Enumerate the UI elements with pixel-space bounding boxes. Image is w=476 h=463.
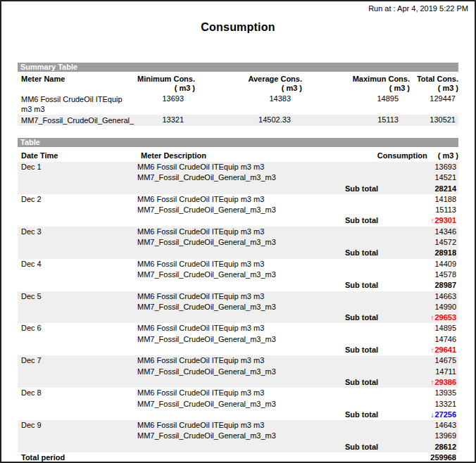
consumption-cell: 13693 [394, 162, 458, 172]
consumption-cell: 14675 [394, 355, 458, 366]
subtotal-value: ↑29653 [394, 312, 458, 323]
subtotal-label: Sub total [345, 442, 394, 452]
total-period-row: Total period 259968 [18, 452, 458, 463]
subtotal-row: Sub total 28612 [18, 442, 458, 452]
meter-description-cell: MM7_Fossil_CrudeOil_General_m3_m3 [137, 431, 345, 441]
summary-col-average: Average Cons.( m3 ) [195, 73, 302, 94]
subtotal-row: Sub total ↓27256 [18, 410, 458, 420]
date-cell: Dec 1 [18, 162, 137, 172]
date-cell: Dec 7 [18, 355, 137, 366]
day-group: Dec 2 MM6 Fossil CrudeOil ITEquip m3 m3 … [18, 194, 458, 227]
subtotal-value: 28214 [394, 184, 458, 194]
subtotal-row: Sub total ↑29301 [18, 215, 458, 226]
maximum-cons-cell: 14895 [302, 94, 410, 115]
subtotal-label: Sub total [345, 215, 394, 226]
consumption-cell: 14895 [394, 323, 458, 334]
detail-col-consumption: Consumption( m3 ) [345, 148, 458, 162]
meter-row: MM7_Fossil_CrudeOil_General_m3_m3 13969 [18, 431, 458, 441]
detail-section: Table Date Time Meter Description Consum… [18, 138, 458, 463]
subtotal-value: 28987 [394, 280, 458, 291]
meter-description-cell: MM6 Fossil CrudeOil ITEquip m3 m3 [137, 162, 345, 172]
meter-row: MM7_Fossil_CrudeOil_General_m3_m3 13321 [18, 399, 458, 410]
meter-row: Dec 8 MM6 Fossil CrudeOil ITEquip m3 m3 … [18, 388, 458, 398]
report-title: Consumption [1, 21, 475, 34]
summary-section: Summary Table Meter Name Minimum Cons.( … [18, 63, 458, 126]
consumption-cell: 13935 [394, 388, 458, 398]
meter-description-cell: MM7_Fossil_CrudeOil_General_m3_m3 [137, 334, 345, 345]
meter-row: MM7_Fossil_CrudeOil_General_m3_m3 14990 [18, 302, 458, 312]
average-cons-cell: 14383 [195, 94, 302, 115]
subtotal-label: Sub total [345, 377, 394, 388]
subtotal-label: Sub total [345, 280, 394, 291]
meter-description-cell: MM6 Fossil CrudeOil ITEquip m3 m3 [137, 227, 345, 237]
meter-row: Dec 7 MM6 Fossil CrudeOil ITEquip m3 m3 … [18, 355, 458, 366]
total-period-label: Total period [18, 452, 394, 463]
maximum-cons-cell: 15113 [302, 115, 410, 126]
summary-row: MM7_Fossil_CrudeOil_General_ 13321 14502… [18, 115, 458, 126]
meter-description-cell: MM7_Fossil_CrudeOil_General_m3_m3 [137, 302, 345, 312]
consumption-cell: 14746 [394, 334, 458, 345]
meter-description-cell: MM7_Fossil_CrudeOil_General_m3_m3 [137, 269, 345, 280]
summary-col-total: Total Cons.( m3 ) [410, 73, 458, 94]
day-group: Dec 9 MM6 Fossil CrudeOil ITEquip m3 m3 … [18, 420, 458, 452]
consumption-cell: 14188 [394, 194, 458, 205]
subtotal-value: ↓27256 [394, 410, 458, 420]
meter-description-cell: MM6 Fossil CrudeOil ITEquip m3 m3 [137, 259, 345, 269]
minimum-cons-cell: 13321 [127, 115, 195, 126]
subtotal-row: Sub total 28918 [18, 248, 458, 258]
day-group: Dec 4 MM6 Fossil CrudeOil ITEquip m3 m3 … [18, 259, 458, 291]
minimum-cons-cell: 13693 [127, 94, 195, 115]
consumption-cell: 14990 [394, 302, 458, 312]
date-cell: Dec 6 [18, 323, 137, 334]
summary-header-row: Meter Name Minimum Cons.( m3 ) Average C… [18, 73, 458, 94]
date-cell: Dec 8 [18, 388, 137, 398]
meter-name-cell: MM7_Fossil_CrudeOil_General_ [18, 115, 127, 126]
subtotal-label: Sub total [345, 410, 394, 420]
meter-description-cell: MM6 Fossil CrudeOil ITEquip m3 m3 [137, 420, 345, 431]
consumption-cell: 14711 [394, 367, 458, 377]
meter-description-cell: MM7_Fossil_CrudeOil_General_m3_m3 [137, 172, 345, 183]
detail-section-header: Table [18, 138, 458, 147]
consumption-cell: 14521 [394, 172, 458, 183]
date-cell: Dec 2 [18, 194, 137, 205]
meter-row: MM7_Fossil_CrudeOil_General_m3_m3 14578 [18, 269, 458, 280]
detail-header-row: Date Time Meter Description Consumption(… [18, 148, 458, 162]
meter-description-cell: MM6 Fossil CrudeOil ITEquip m3 m3 [137, 388, 345, 398]
summary-col-meter-name: Meter Name [18, 73, 127, 94]
meter-row: MM7_Fossil_CrudeOil_General_m3_m3 14521 [18, 172, 458, 183]
detail-table: Date Time Meter Description Consumption(… [18, 148, 458, 463]
subtotal-value: 28918 [394, 248, 458, 258]
meter-row: Dec 3 MM6 Fossil CrudeOil ITEquip m3 m3 … [18, 227, 458, 237]
day-group: Dec 6 MM6 Fossil CrudeOil ITEquip m3 m3 … [18, 323, 458, 355]
detail-col-meter-description: Meter Description [137, 148, 345, 162]
subtotal-label: Sub total [345, 248, 394, 258]
meter-description-cell: MM7_Fossil_CrudeOil_General_m3_m3 [137, 237, 345, 248]
meter-description-cell: MM6 Fossil CrudeOil ITEquip m3 m3 [137, 194, 345, 205]
summary-col-maximum: Maximun Cons.( m3 ) [302, 73, 410, 94]
meter-row: Dec 1 MM6 Fossil CrudeOil ITEquip m3 m3 … [18, 162, 458, 172]
subtotal-value: ↑29641 [394, 345, 458, 355]
consumption-cell: 14346 [394, 227, 458, 237]
total-cons-cell: 129447 [410, 94, 458, 115]
meter-row: MM7_Fossil_CrudeOil_General_m3_m3 15113 [18, 205, 458, 215]
subtotal-label: Sub total [345, 184, 394, 194]
meter-description-cell: MM7_Fossil_CrudeOil_General_m3_m3 [137, 367, 345, 377]
report-page: Run at : Apr 4, 2019 5:22 PM Consumption… [1, 1, 475, 463]
meter-description-cell: MM6 Fossil CrudeOil ITEquip m3 m3 [137, 323, 345, 334]
consumption-cell: 14578 [394, 269, 458, 280]
subtotal-row: Sub total ↑29386 [18, 377, 458, 388]
subtotal-value: ↑29386 [394, 377, 458, 388]
consumption-cell: 14643 [394, 420, 458, 431]
date-cell: Dec 5 [18, 291, 137, 302]
meter-row: Dec 5 MM6 Fossil CrudeOil ITEquip m3 m3 … [18, 291, 458, 302]
meter-row: Dec 6 MM6 Fossil CrudeOil ITEquip m3 m3 … [18, 323, 458, 334]
average-cons-cell: 14502.33 [195, 115, 302, 126]
subtotal-row: Sub total 28987 [18, 280, 458, 291]
detail-col-date-time: Date Time [18, 148, 137, 162]
subtotal-row: Sub total ↑29641 [18, 345, 458, 355]
summary-col-minimum: Minimum Cons.( m3 ) [127, 73, 195, 94]
day-group: Dec 3 MM6 Fossil CrudeOil ITEquip m3 m3 … [18, 227, 458, 259]
subtotal-row: Sub total ↑29653 [18, 312, 458, 323]
meter-name-cell: MM6 Fossil CrudeOil ITEquip m3 m3 [18, 94, 127, 115]
run-timestamp: Run at : Apr 4, 2019 5:22 PM [1, 1, 475, 13]
